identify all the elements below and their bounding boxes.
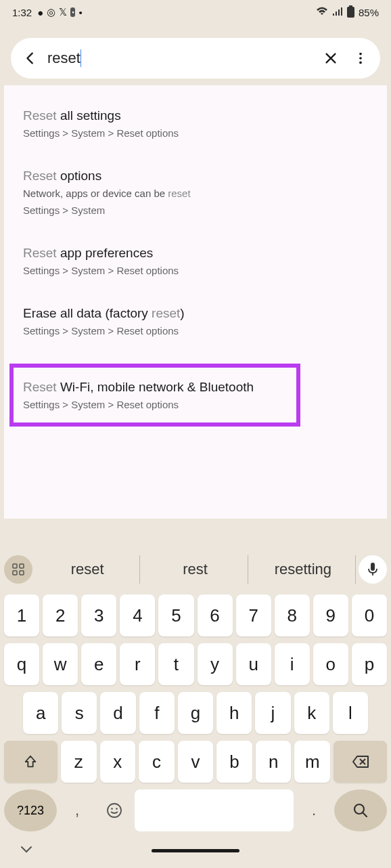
key-t[interactable]: t (158, 643, 193, 685)
key-j[interactable]: j (255, 692, 290, 734)
key-y[interactable]: y (198, 643, 233, 685)
key-4[interactable]: 4 (120, 594, 155, 636)
svg-point-2 (359, 53, 362, 56)
svg-point-4 (359, 62, 362, 64)
result-path: Settings > System > Reset options (23, 127, 368, 139)
key-d[interactable]: d (100, 692, 135, 734)
key-k[interactable]: k (294, 692, 329, 734)
dot-icon: • (78, 7, 82, 18)
chat-icon: ● (37, 7, 43, 18)
result-title: Erase all data (factory reset) (23, 306, 368, 321)
svg-rect-6 (20, 564, 24, 568)
back-button[interactable] (23, 51, 38, 66)
key-q[interactable]: q (4, 643, 39, 685)
search-input-wrapper[interactable]: reset (47, 49, 314, 67)
result-path: Settings > System (23, 204, 368, 216)
key-b[interactable]: b (216, 741, 252, 783)
svg-rect-8 (20, 571, 24, 575)
key-comma[interactable]: , (60, 789, 94, 831)
key-l[interactable]: l (333, 692, 368, 734)
key-r[interactable]: r (120, 643, 155, 685)
key-f[interactable]: f (139, 692, 175, 734)
key-h[interactable]: h (216, 692, 252, 734)
result-path: Settings > System > Reset options (23, 399, 287, 410)
key-6[interactable]: 6 (198, 594, 233, 636)
keyboard: reset rest resetting 1 2 3 4 5 6 7 8 9 0… (0, 544, 391, 868)
key-space[interactable] (135, 789, 294, 831)
result-erase-all-data[interactable]: Erase all data (factory reset) Settings … (23, 303, 368, 339)
keyboard-suggestion-1[interactable]: reset (35, 555, 140, 584)
status-app-icons: ● ◎ 𝕏 ▪ • (37, 6, 83, 18)
key-8[interactable]: 8 (275, 594, 310, 636)
svg-rect-9 (371, 563, 375, 571)
key-2[interactable]: 2 (43, 594, 78, 636)
key-m[interactable]: m (294, 741, 330, 783)
result-title: Reset app preferences (23, 246, 368, 261)
keyboard-row-asdf: a s d f g h j k l (4, 692, 387, 734)
key-p[interactable]: p (352, 643, 387, 685)
keyboard-suggestions-bar: reset rest resetting (4, 551, 387, 588)
result-reset-options[interactable]: Reset options Network, apps or device ca… (23, 166, 368, 219)
keyboard-mic-button[interactable] (359, 555, 387, 584)
key-shift[interactable] (4, 741, 58, 783)
status-right: 85% (316, 5, 379, 20)
paytm-icon: ▪ (70, 7, 75, 17)
key-0[interactable]: 0 (352, 594, 387, 636)
result-reset-wifi-mobile-bluetooth[interactable]: Reset Wi-Fi, mobile network & Bluetooth … (9, 364, 300, 427)
keyboard-row-zxcv: z x c v b n m (4, 741, 387, 783)
key-emoji[interactable] (97, 789, 131, 831)
key-search[interactable] (334, 789, 387, 831)
key-g[interactable]: g (178, 692, 213, 734)
key-v[interactable]: v (178, 741, 214, 783)
nav-bar (4, 837, 387, 864)
result-path: Settings > System > Reset options (23, 325, 368, 337)
svg-rect-5 (13, 564, 17, 568)
key-n[interactable]: n (256, 741, 292, 783)
svg-rect-0 (349, 5, 352, 7)
result-path: Settings > System > Reset options (23, 265, 368, 276)
result-reset-app-preferences[interactable]: Reset app preferences Settings > System … (23, 243, 368, 279)
result-subtitle: Network, apps or device can be reset (23, 188, 368, 199)
keyboard-apps-button[interactable] (4, 555, 32, 584)
key-s[interactable]: s (62, 692, 97, 734)
key-c[interactable]: c (139, 741, 175, 783)
keyboard-suggestion-3[interactable]: resetting (251, 555, 356, 584)
svg-rect-7 (13, 571, 17, 575)
battery-icon (347, 5, 354, 20)
key-symbols[interactable]: ?123 (4, 789, 57, 831)
key-o[interactable]: o (313, 643, 348, 685)
x-icon: 𝕏 (59, 6, 67, 18)
overflow-menu-button[interactable] (353, 51, 368, 66)
wifi-icon (316, 7, 328, 18)
signal-icon (332, 7, 343, 18)
status-bar: 1:32 ● ◎ 𝕏 ▪ • 85% (0, 0, 391, 24)
clear-button[interactable] (323, 51, 338, 66)
result-reset-all-settings[interactable]: Reset all settings Settings > System > R… (23, 106, 368, 142)
key-backspace[interactable] (334, 741, 387, 783)
key-3[interactable]: 3 (81, 594, 116, 636)
key-7[interactable]: 7 (236, 594, 271, 636)
key-w[interactable]: w (43, 643, 78, 685)
key-x[interactable]: x (100, 741, 136, 783)
key-1[interactable]: 1 (4, 594, 39, 636)
key-i[interactable]: i (275, 643, 310, 685)
search-bar: reset (11, 38, 380, 79)
key-5[interactable]: 5 (158, 594, 193, 636)
text-cursor (80, 49, 81, 67)
key-u[interactable]: u (236, 643, 271, 685)
instagram-icon: ◎ (47, 6, 55, 18)
keyboard-collapse-button[interactable] (20, 844, 32, 856)
key-period[interactable]: . (297, 789, 331, 831)
keyboard-row-numbers: 1 2 3 4 5 6 7 8 9 0 (4, 594, 387, 636)
nav-home-pill[interactable] (152, 849, 239, 852)
keyboard-bottom-row: ?123 , . (4, 789, 387, 831)
svg-point-3 (359, 57, 362, 60)
battery-percent: 85% (359, 7, 379, 18)
key-9[interactable]: 9 (313, 594, 348, 636)
key-z[interactable]: z (61, 741, 97, 783)
search-results: Reset all settings Settings > System > R… (4, 85, 387, 519)
key-e[interactable]: e (81, 643, 116, 685)
keyboard-suggestion-2[interactable]: rest (143, 555, 248, 584)
search-input-text: reset (47, 49, 80, 67)
key-a[interactable]: a (23, 692, 58, 734)
